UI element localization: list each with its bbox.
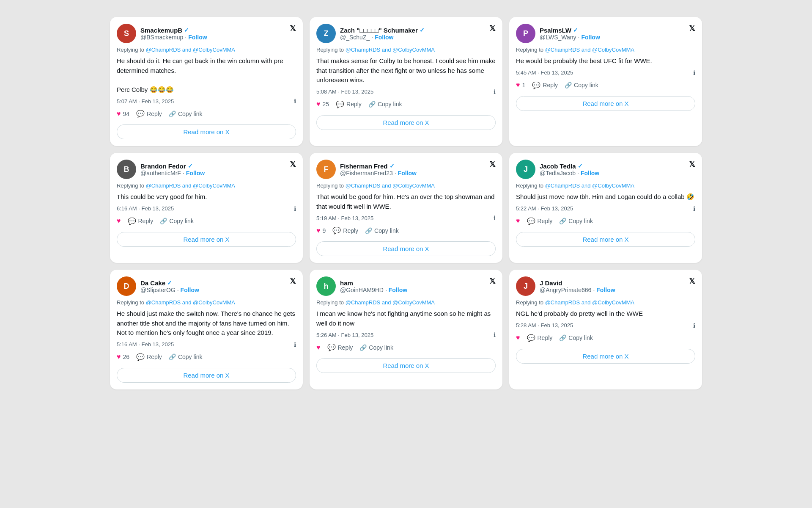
copy-link-button[interactable]: 🔗 Copy link: [169, 110, 203, 117]
tweet-time: 5:22 AM · Feb 13, 2025 ℹ: [516, 205, 695, 212]
follow-link[interactable]: Follow: [581, 170, 599, 177]
user-info: Jacob Tedla ✓ @TedlaJacob · Follow: [540, 163, 599, 177]
like-button[interactable]: ♥ 25: [316, 100, 329, 108]
copy-link-button[interactable]: 🔗 Copy link: [559, 218, 593, 224]
x-logo-icon[interactable]: 𝕏: [489, 24, 496, 33]
tweet-card-1: S SmackemupB ✓ @BSmackemup · Follow 𝕏 Re…: [110, 17, 303, 146]
copy-link-button[interactable]: 🔗 Copy link: [559, 334, 593, 341]
x-logo-icon[interactable]: 𝕏: [689, 276, 695, 286]
follow-link[interactable]: Follow: [186, 170, 205, 177]
username: @LWS_Wany · Follow: [540, 34, 600, 41]
reply-label: Reply: [346, 101, 362, 108]
info-icon[interactable]: ℹ: [294, 98, 296, 105]
reply-button[interactable]: 💬 Reply: [336, 100, 362, 108]
like-count: 25: [323, 101, 329, 108]
username: @BSmackemup · Follow: [140, 34, 207, 41]
info-icon[interactable]: ℹ: [693, 205, 695, 212]
copy-label: Copy link: [169, 218, 194, 224]
read-more-button[interactable]: Read more on X: [316, 241, 496, 256]
user-info: Da Cake ✓ @SlipsterOG · Follow: [140, 279, 199, 293]
info-icon[interactable]: ℹ: [494, 88, 496, 95]
x-logo-icon[interactable]: 𝕏: [290, 160, 296, 169]
reply-button[interactable]: 💬 Reply: [532, 81, 558, 89]
heart-icon: ♥: [117, 110, 121, 118]
like-button[interactable]: ♥: [516, 334, 520, 342]
like-button[interactable]: ♥: [516, 217, 520, 225]
link-icon: 🔗: [559, 334, 566, 341]
reply-button[interactable]: 💬 Reply: [327, 343, 353, 351]
read-more-button[interactable]: Read more on X: [117, 368, 296, 383]
username: @FishermanFred23 · Follow: [340, 170, 417, 177]
reply-button[interactable]: 💬 Reply: [136, 353, 162, 361]
tweet-card-3: P PsalmsLW ✓ @LWS_Wany · Follow 𝕏 Replyi…: [509, 17, 702, 146]
follow-link[interactable]: Follow: [181, 287, 199, 293]
tweet-card-5: F Fisherman Fred ✓ @FishermanFred23 · Fo…: [310, 153, 502, 263]
like-button[interactable]: ♥ 26: [117, 353, 129, 361]
copy-link-button[interactable]: 🔗 Copy link: [359, 344, 393, 351]
x-logo-icon[interactable]: 𝕏: [689, 24, 695, 33]
reply-button[interactable]: 💬 Reply: [128, 217, 154, 225]
follow-link[interactable]: Follow: [398, 170, 417, 177]
copy-link-button[interactable]: 🔗 Copy link: [365, 227, 399, 234]
link-icon: 🔗: [565, 82, 572, 88]
follow-link[interactable]: Follow: [188, 34, 207, 41]
like-button[interactable]: ♥: [316, 344, 321, 351]
like-button[interactable]: ♥ 9: [316, 227, 326, 235]
display-name: Fisherman Fred ✓: [340, 163, 417, 170]
x-logo-icon[interactable]: 𝕏: [489, 276, 496, 286]
like-button[interactable]: ♥ 94: [117, 110, 129, 118]
like-button[interactable]: ♥ 1: [516, 81, 525, 89]
x-logo-icon[interactable]: 𝕏: [489, 160, 496, 169]
follow-link[interactable]: Follow: [375, 34, 393, 41]
replying-to: Replying to @ChampRDS and @ColbyCovMMA: [516, 299, 695, 306]
read-more-button[interactable]: Read more on X: [117, 124, 296, 139]
tweet-header: S SmackemupB ✓ @BSmackemup · Follow 𝕏: [117, 24, 296, 43]
avatar: J: [516, 276, 535, 296]
reply-button[interactable]: 💬 Reply: [332, 226, 358, 235]
copy-label: Copy link: [574, 82, 598, 88]
read-more-button[interactable]: Read more on X: [516, 96, 695, 111]
action-row: ♥ 26 💬 Reply 🔗 Copy link: [117, 351, 296, 363]
link-icon: 🔗: [359, 344, 367, 351]
follow-link[interactable]: Follow: [389, 287, 407, 293]
copy-link-button[interactable]: 🔗 Copy link: [368, 101, 402, 108]
x-logo-icon[interactable]: 𝕏: [290, 24, 296, 33]
like-button[interactable]: ♥: [117, 217, 121, 225]
user-info: SmackemupB ✓ @BSmackemup · Follow: [140, 27, 207, 41]
read-more-button[interactable]: Read more on X: [316, 358, 496, 373]
username: @TedlaJacob · Follow: [540, 170, 599, 177]
avatar: S: [117, 24, 136, 43]
copy-link-button[interactable]: 🔗 Copy link: [160, 218, 194, 224]
info-icon[interactable]: ℹ: [693, 69, 695, 76]
read-more-button[interactable]: Read more on X: [316, 115, 496, 130]
heart-icon: ♥: [316, 100, 321, 108]
info-icon[interactable]: ℹ: [294, 341, 296, 348]
reply-button[interactable]: 💬 Reply: [136, 110, 162, 118]
info-icon[interactable]: ℹ: [294, 205, 296, 212]
read-more-button[interactable]: Read more on X: [516, 232, 695, 247]
read-more-button[interactable]: Read more on X: [516, 349, 695, 364]
follow-link[interactable]: Follow: [581, 34, 600, 41]
follow-link[interactable]: Follow: [596, 287, 615, 293]
info-icon[interactable]: ℹ: [494, 331, 496, 338]
read-more-button[interactable]: Read more on X: [117, 232, 296, 247]
replying-to: Replying to @ChampRDS and @ColbyCovMMA: [117, 182, 296, 189]
reply-button[interactable]: 💬 Reply: [527, 334, 553, 342]
info-icon[interactable]: ℹ: [693, 322, 695, 329]
info-icon[interactable]: ℹ: [494, 215, 496, 221]
avatar: Z: [316, 24, 336, 43]
x-logo-icon[interactable]: 𝕏: [290, 276, 296, 286]
copy-link-button[interactable]: 🔗 Copy link: [565, 82, 598, 88]
tweet-text: He should just make the switch now. Ther…: [117, 309, 296, 338]
avatar: J: [516, 160, 535, 179]
x-logo-icon[interactable]: 𝕏: [689, 160, 695, 169]
username: @authenticMrF · Follow: [140, 170, 205, 177]
tweet-header: D Da Cake ✓ @SlipsterOG · Follow 𝕏: [117, 276, 296, 296]
tweet-grid: S SmackemupB ✓ @BSmackemup · Follow 𝕏 Re…: [110, 17, 702, 389]
verified-badge: ✓: [420, 27, 425, 33]
heart-icon: ♥: [117, 217, 121, 225]
avatar: B: [117, 160, 136, 179]
reply-button[interactable]: 💬 Reply: [527, 217, 553, 225]
copy-link-button[interactable]: 🔗 Copy link: [169, 353, 203, 360]
heart-icon: ♥: [316, 227, 321, 235]
